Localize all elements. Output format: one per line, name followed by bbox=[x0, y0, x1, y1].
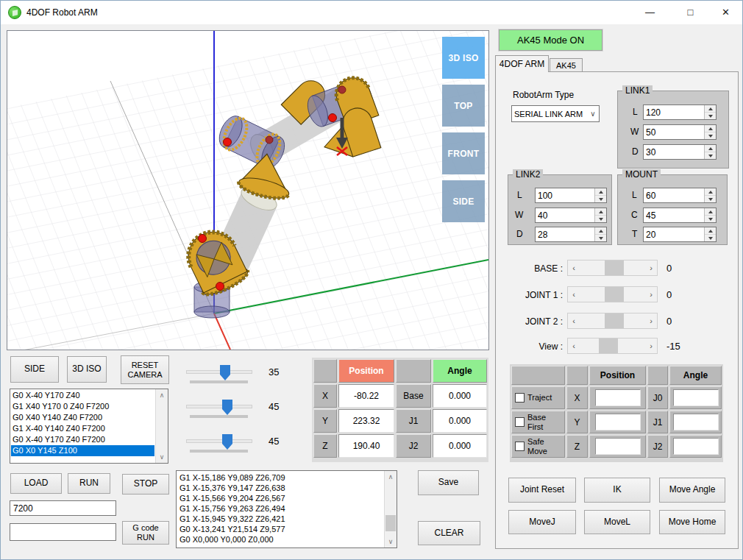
view-top-button[interactable]: TOP bbox=[442, 85, 485, 127]
link1-w-input[interactable] bbox=[644, 125, 704, 139]
gcode-line[interactable]: G1 X-40 Y140 Z40 F7200 bbox=[11, 423, 154, 434]
camera-side-button[interactable]: SIDE bbox=[10, 356, 59, 383]
j0-angle-input[interactable] bbox=[673, 389, 719, 406]
scroll-up-icon[interactable]: ∧ bbox=[156, 389, 168, 401]
movej-button[interactable]: MoveJ bbox=[508, 510, 576, 534]
spin-up-button[interactable] bbox=[705, 227, 716, 235]
titlebar[interactable]: 4DOF Robot ARM — □ ✕ bbox=[1, 1, 742, 24]
joint2-slider[interactable]: ‹ › bbox=[567, 313, 658, 329]
spin-down-button[interactable] bbox=[705, 152, 716, 159]
scroll-left-icon[interactable]: ‹ bbox=[568, 287, 580, 302]
tab-ak45[interactable]: AK45 bbox=[550, 58, 583, 72]
trackbar-3-thumb[interactable] bbox=[222, 434, 232, 450]
move-angle-button[interactable]: Move Angle bbox=[659, 478, 725, 503]
spin-up-button[interactable] bbox=[705, 208, 716, 216]
run-button[interactable]: RUN bbox=[68, 473, 110, 494]
mount-t-input[interactable] bbox=[644, 227, 704, 241]
spin-down-button[interactable] bbox=[705, 132, 716, 139]
gcode-line-selected[interactable]: G0 X0 Y145 Z100 bbox=[11, 445, 154, 456]
ak45-mode-button[interactable]: AK45 Mode ON bbox=[499, 29, 602, 51]
base-slider[interactable]: ‹ › bbox=[567, 260, 658, 276]
mount-c-spinner[interactable] bbox=[643, 208, 717, 223]
spin-down-button[interactable] bbox=[595, 216, 606, 222]
gcode-command-input[interactable] bbox=[10, 523, 116, 541]
spin-down-button[interactable] bbox=[705, 196, 716, 202]
link1-l-spinner[interactable] bbox=[643, 104, 717, 120]
move-home-button[interactable]: Move Home bbox=[659, 510, 725, 534]
spin-down-button[interactable] bbox=[595, 235, 606, 241]
gcode-line[interactable]: G0 X40 Y140 Z40 F7200 bbox=[11, 412, 154, 423]
output-scroll-thumb[interactable] bbox=[385, 515, 396, 531]
link2-d-spinner[interactable] bbox=[535, 227, 607, 242]
joint-reset-button[interactable]: Joint Reset bbox=[508, 478, 576, 503]
spin-up-button[interactable] bbox=[595, 227, 606, 235]
trackbar-2[interactable] bbox=[186, 395, 252, 423]
safe-move-checkbox[interactable] bbox=[515, 442, 525, 451]
gcode-listbox[interactable]: G0 X-40 Y170 Z40 G1 X40 Y170 0 Z40 F7200… bbox=[10, 389, 168, 464]
tab-4dof-arm[interactable]: 4DOF ARM bbox=[495, 55, 549, 72]
spin-down-button[interactable] bbox=[705, 216, 716, 222]
scroll-down-icon[interactable]: ∨ bbox=[156, 451, 168, 463]
close-button[interactable]: ✕ bbox=[708, 1, 743, 24]
scroll-right-icon[interactable]: › bbox=[645, 260, 657, 275]
movel-button[interactable]: MoveL bbox=[584, 510, 650, 534]
spin-up-button[interactable] bbox=[595, 188, 606, 196]
link2-l-spinner[interactable] bbox=[535, 188, 607, 203]
j2-angle-input[interactable] bbox=[673, 438, 719, 455]
robot-3d-viewport[interactable]: 3D ISO TOP FRONT SIDE bbox=[7, 30, 489, 350]
gcode-line[interactable]: G0 X-40 Y170 Z40 bbox=[11, 390, 154, 401]
spin-down-button[interactable] bbox=[595, 196, 606, 202]
scroll-right-icon[interactable]: › bbox=[645, 339, 657, 353]
feed-rate-input[interactable] bbox=[10, 500, 116, 516]
gcode-line[interactable]: G0 X-40 Y170 Z40 F7200 bbox=[11, 434, 154, 445]
reset-camera-button[interactable]: RESET CAMERA bbox=[121, 355, 169, 384]
link1-d-input[interactable] bbox=[644, 145, 704, 159]
view-slider-thumb[interactable] bbox=[599, 339, 618, 353]
link2-l-input[interactable] bbox=[536, 188, 594, 202]
load-button[interactable]: LOAD bbox=[10, 473, 62, 494]
gcode-run-button[interactable]: G code RUN bbox=[122, 521, 169, 545]
view-3d-iso-button[interactable]: 3D ISO bbox=[442, 37, 485, 79]
link2-d-input[interactable] bbox=[536, 227, 594, 241]
scroll-down-icon[interactable]: ∨ bbox=[385, 536, 397, 547]
robot-arm-canvas[interactable] bbox=[7, 31, 488, 350]
view-slider[interactable]: ‹ › bbox=[567, 338, 658, 354]
chevron-down-icon[interactable]: ∨ bbox=[587, 110, 599, 118]
base-slider-thumb[interactable] bbox=[605, 260, 624, 275]
joint1-slider-thumb[interactable] bbox=[605, 287, 624, 302]
link1-w-spinner[interactable] bbox=[643, 124, 717, 140]
y-position-input[interactable] bbox=[595, 414, 641, 430]
trackbar-2-thumb[interactable] bbox=[222, 400, 232, 415]
robot-arm-type-select[interactable]: SERIAL LINK ARM ∨ bbox=[511, 105, 600, 122]
view-front-button[interactable]: FRONT bbox=[442, 132, 485, 174]
link1-l-input[interactable] bbox=[644, 105, 704, 119]
spin-up-button[interactable] bbox=[705, 145, 716, 152]
x-position-input[interactable] bbox=[595, 389, 641, 406]
j1-angle-input[interactable] bbox=[673, 414, 719, 430]
view-side-button[interactable]: SIDE bbox=[442, 180, 485, 222]
z-position-input[interactable] bbox=[595, 438, 641, 455]
link2-w-spinner[interactable] bbox=[535, 208, 607, 223]
mount-t-spinner[interactable] bbox=[643, 227, 717, 242]
trackbar-3[interactable] bbox=[186, 430, 252, 458]
gcode-output-box[interactable]: G1 X-15,186 Y9,089 Z26,709 G1 X-15,376 Y… bbox=[176, 470, 397, 548]
joint1-slider[interactable]: ‹ › bbox=[567, 286, 658, 302]
spin-up-button[interactable] bbox=[705, 125, 716, 132]
camera-3d-iso-button[interactable]: 3D ISO bbox=[67, 356, 107, 383]
link1-d-spinner[interactable] bbox=[643, 144, 717, 160]
spin-up-button[interactable] bbox=[705, 105, 716, 113]
base-first-checkbox[interactable] bbox=[515, 417, 525, 427]
traject-checkbox[interactable] bbox=[515, 393, 525, 403]
save-button[interactable]: Save bbox=[418, 470, 479, 495]
gcode-list-scrollbar[interactable]: ∧ ∨ bbox=[155, 389, 168, 463]
spin-up-button[interactable] bbox=[705, 188, 716, 196]
minimize-button[interactable]: — bbox=[633, 1, 666, 24]
link2-w-input[interactable] bbox=[536, 208, 594, 222]
scroll-up-icon[interactable]: ∧ bbox=[385, 471, 397, 483]
scroll-left-icon[interactable]: ‹ bbox=[568, 339, 580, 353]
output-scrollbar[interactable]: ∧ ∨ bbox=[384, 471, 397, 547]
scroll-right-icon[interactable]: › bbox=[645, 287, 657, 302]
mount-l-input[interactable] bbox=[644, 188, 704, 202]
spin-up-button[interactable] bbox=[595, 208, 606, 216]
ik-button[interactable]: IK bbox=[584, 478, 650, 503]
